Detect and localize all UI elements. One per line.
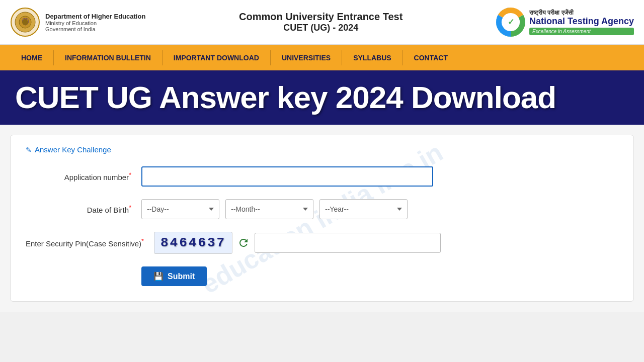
exam-title-sub: CUET (UG) - 2024 [239,23,403,33]
form-card: education india live.in Answer Key Chall… [10,135,634,302]
header-center: Common University Entrance Test CUET (UG… [239,11,403,33]
captcha-image: 8464637 [154,232,232,254]
answer-key-challenge-link[interactable]: Answer Key Challenge [26,145,618,154]
application-number-label: Application number* [26,171,141,182]
nta-circle-logo: ✓ [496,8,525,37]
hero-banner: CUET UG Answer key 2024 Download [0,70,644,125]
nta-english-name: National Testing Agency [529,16,634,27]
nav-item-important-download[interactable]: IMPORTANT DOWNLOAD [163,45,270,70]
application-number-input[interactable] [141,166,433,187]
header-dept-info: Department of Higher Education Ministry … [45,13,145,32]
header-left: 🦁 Department of Higher Education Ministr… [10,7,145,37]
submit-label: Submit [168,272,195,281]
hero-title: CUET UG Answer key 2024 Download [15,80,556,115]
year-select[interactable]: --Year-- [319,199,408,219]
govt-emblem-icon: 🦁 [10,7,40,37]
svg-text:✓: ✓ [507,18,514,26]
submit-row: 💾 Submit [26,266,618,286]
submit-icon: 💾 [153,272,164,281]
dept-name: Department of Higher Education [45,13,145,20]
security-pin-input[interactable] [255,233,441,253]
site-header: 🦁 Department of Higher Education Ministr… [0,0,644,45]
day-select[interactable]: --Day-- [141,199,219,219]
security-pin-row: Enter Security Pin(Case Sensitive)* 8464… [26,232,618,254]
dob-label: Date of Birth* [26,204,141,214]
nta-hindi-text: राष्ट्रीय परीक्षा एजेंसी [529,9,634,16]
nav-item-home[interactable]: HOME [10,45,53,70]
nav-item-contact[interactable]: CONTACT [403,45,459,70]
nav-item-syllabus[interactable]: SYLLABUS [342,45,402,70]
nta-logo: ✓ राष्ट्रीय परीक्षा एजेंसी National Test… [496,8,634,37]
ministry-name: Ministry of Education [45,20,145,26]
application-number-row: Application number* [26,166,618,187]
nav-item-universities[interactable]: UNIVERSITIES [271,45,342,70]
header-right: ✓ राष्ट्रीय परीक्षा एजेंसी National Test… [496,8,634,37]
dob-selects: --Day-- --Month-- --Year-- [141,199,408,219]
security-pin-label: Enter Security Pin(Case Sensitive)* [26,238,154,248]
govt-name: Government of India [45,26,145,32]
main-content: education india live.in Answer Key Chall… [0,125,644,312]
captcha-refresh-button[interactable] [237,237,250,249]
nav-item-info-bulletin[interactable]: INFORMATION BULLETIN [54,45,162,70]
month-select[interactable]: --Month-- [225,199,313,219]
nta-logo-svg: ✓ [496,8,525,37]
dob-row: Date of Birth* --Day-- --Month-- --Year-… [26,199,618,219]
captcha-container: 8464637 [154,232,441,254]
svg-point-4 [22,19,28,25]
refresh-icon [237,237,250,249]
submit-button[interactable]: 💾 Submit [141,266,207,286]
exam-title-main: Common University Entrance Test [239,11,403,23]
nta-text: राष्ट्रीय परीक्षा एजेंसी National Testin… [529,9,634,35]
nta-tagline: Excellence in Assessment [529,28,634,35]
main-navbar: HOME INFORMATION BULLETIN IMPORTANT DOWN… [0,45,644,70]
